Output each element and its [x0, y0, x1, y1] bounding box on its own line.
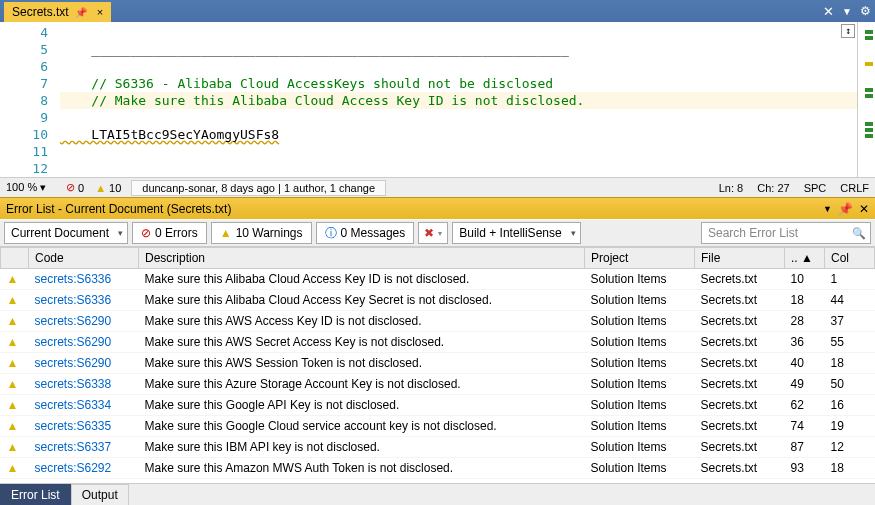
error-list-grid[interactable]: Code Description Project File .. ▲ Col ▲…: [0, 247, 875, 483]
tab-error-list[interactable]: Error List: [0, 484, 71, 505]
rule-code-link[interactable]: secrets:S6336: [35, 272, 112, 286]
panel-close-icon[interactable]: ✕: [859, 202, 869, 216]
warnings-filter-button[interactable]: ▲10 Warnings: [211, 222, 312, 244]
warning-icon: ▲: [7, 272, 19, 286]
column-header-project[interactable]: Project: [585, 248, 695, 269]
line-gutter: 456789101112: [0, 22, 60, 177]
table-row[interactable]: ▲secrets:S6334Make sure this Google API …: [1, 395, 875, 416]
rule-code-link[interactable]: secrets:S6337: [35, 440, 112, 454]
expand-collapse-button[interactable]: ↕: [841, 24, 855, 38]
cell-line: 40: [785, 353, 825, 374]
grid-body: ▲secrets:S6336Make sure this Alibaba Clo…: [1, 269, 875, 479]
cell-description: Make sure this Azure Storage Account Key…: [139, 374, 585, 395]
table-row[interactable]: ▲secrets:S6292Make sure this Amazon MWS …: [1, 458, 875, 479]
table-row[interactable]: ▲secrets:S6290Make sure this AWS Secret …: [1, 332, 875, 353]
column-header-line[interactable]: .. ▲: [785, 248, 825, 269]
column-header-icon[interactable]: [1, 248, 29, 269]
cell-line: 36: [785, 332, 825, 353]
gear-icon[interactable]: ⚙: [860, 4, 871, 18]
cell-line: 49: [785, 374, 825, 395]
cell-line: 28: [785, 311, 825, 332]
window-close-icon[interactable]: ✕: [823, 4, 834, 19]
tab-output[interactable]: Output: [71, 484, 129, 505]
cell-file: Secrets.txt: [695, 311, 785, 332]
cell-file: Secrets.txt: [695, 458, 785, 479]
warning-icon: ▲: [7, 293, 19, 307]
bottom-tab-bar: Error List Output: [0, 483, 875, 505]
column-header-col[interactable]: Col: [825, 248, 875, 269]
table-row[interactable]: ▲secrets:S6336Make sure this Alibaba Clo…: [1, 269, 875, 290]
error-search-input[interactable]: Search Error List: [701, 222, 871, 244]
panel-dropdown-icon[interactable]: ▼: [823, 204, 832, 214]
warning-icon: ▲: [7, 419, 19, 433]
panel-pin-icon[interactable]: 📌: [838, 202, 853, 216]
cell-col: 50: [825, 374, 875, 395]
line-ending-mode[interactable]: CRLF: [840, 182, 869, 194]
warning-count: 10: [109, 182, 121, 194]
cell-col: 18: [825, 353, 875, 374]
cell-file: Secrets.txt: [695, 437, 785, 458]
indent-mode[interactable]: SPC: [804, 182, 827, 194]
warning-icon: ▲: [7, 461, 19, 475]
rule-code-link[interactable]: secrets:S6292: [35, 461, 112, 475]
code-area[interactable]: ________________________________________…: [60, 22, 857, 177]
column-header-description[interactable]: Description: [139, 248, 585, 269]
error-list-toolbar: Current Document ⊘0 Errors ▲10 Warnings …: [0, 219, 875, 247]
source-selector[interactable]: Build + IntelliSense: [452, 222, 580, 244]
warning-icon: ▲: [7, 398, 19, 412]
git-blame-info[interactable]: duncanp-sonar, 8 days ago | 1 author, 1 …: [131, 180, 386, 196]
table-row[interactable]: ▲secrets:S6290Make sure this AWS Session…: [1, 353, 875, 374]
table-row[interactable]: ▲secrets:S6336Make sure this Alibaba Clo…: [1, 290, 875, 311]
error-count-icon[interactable]: ⊘: [66, 181, 75, 194]
cell-project: Solution Items: [585, 374, 695, 395]
table-row[interactable]: ▲secrets:S6290Make sure this AWS Access …: [1, 311, 875, 332]
pin-icon[interactable]: 📌: [75, 7, 87, 18]
cell-col: 12: [825, 437, 875, 458]
close-tab-icon[interactable]: ×: [97, 6, 103, 18]
cell-description: Make sure this IBM API key is not disclo…: [139, 437, 585, 458]
rule-code-link[interactable]: secrets:S6290: [35, 314, 112, 328]
warning-icon: ▲: [7, 440, 19, 454]
editor-status-bar: 100 % ▾ ⊘ 0 ▲ 10 duncanp-sonar, 8 days a…: [0, 177, 875, 197]
cell-col: 19: [825, 416, 875, 437]
rule-code-link[interactable]: secrets:S6334: [35, 398, 112, 412]
table-row[interactable]: ▲secrets:S6338Make sure this Azure Stora…: [1, 374, 875, 395]
cell-project: Solution Items: [585, 269, 695, 290]
window-dropdown-icon[interactable]: ▼: [842, 6, 852, 17]
warning-count-icon[interactable]: ▲: [95, 182, 106, 194]
document-tab[interactable]: Secrets.txt 📌 ×: [4, 2, 111, 22]
rule-code-link[interactable]: secrets:S6335: [35, 419, 112, 433]
clear-filters-button[interactable]: ✖▾: [418, 222, 448, 244]
cell-project: Solution Items: [585, 416, 695, 437]
cell-description: Make sure this AWS Secret Access Key is …: [139, 332, 585, 353]
column-header-file[interactable]: File: [695, 248, 785, 269]
cell-description: Make sure this Alibaba Cloud Access Key …: [139, 290, 585, 311]
marker-bar[interactable]: [857, 22, 875, 177]
cell-description: Make sure this Amazon MWS Auth Token is …: [139, 458, 585, 479]
warning-icon: ▲: [7, 314, 19, 328]
zoom-selector[interactable]: 100 % ▾: [6, 181, 56, 194]
code-editor[interactable]: 456789101112 ___________________________…: [0, 22, 875, 177]
errors-filter-button[interactable]: ⊘0 Errors: [132, 222, 207, 244]
cell-project: Solution Items: [585, 332, 695, 353]
cell-col: 37: [825, 311, 875, 332]
table-row[interactable]: ▲secrets:S6335Make sure this Google Clou…: [1, 416, 875, 437]
messages-filter-button[interactable]: ⓘ0 Messages: [316, 222, 415, 244]
column-header-code[interactable]: Code: [29, 248, 139, 269]
cell-description: Make sure this Alibaba Cloud Access Key …: [139, 269, 585, 290]
cell-project: Solution Items: [585, 353, 695, 374]
rule-code-link[interactable]: secrets:S6290: [35, 335, 112, 349]
cell-file: Secrets.txt: [695, 395, 785, 416]
cell-project: Solution Items: [585, 311, 695, 332]
rule-code-link[interactable]: secrets:S6336: [35, 293, 112, 307]
cell-col: 18: [825, 458, 875, 479]
cell-line: 10: [785, 269, 825, 290]
warning-icon: ▲: [7, 356, 19, 370]
scope-selector[interactable]: Current Document: [4, 222, 128, 244]
rule-code-link[interactable]: secrets:S6290: [35, 356, 112, 370]
table-row[interactable]: ▲secrets:S6337Make sure this IBM API key…: [1, 437, 875, 458]
cell-project: Solution Items: [585, 395, 695, 416]
rule-code-link[interactable]: secrets:S6338: [35, 377, 112, 391]
cell-description: Make sure this AWS Access Key ID is not …: [139, 311, 585, 332]
cell-col: 55: [825, 332, 875, 353]
